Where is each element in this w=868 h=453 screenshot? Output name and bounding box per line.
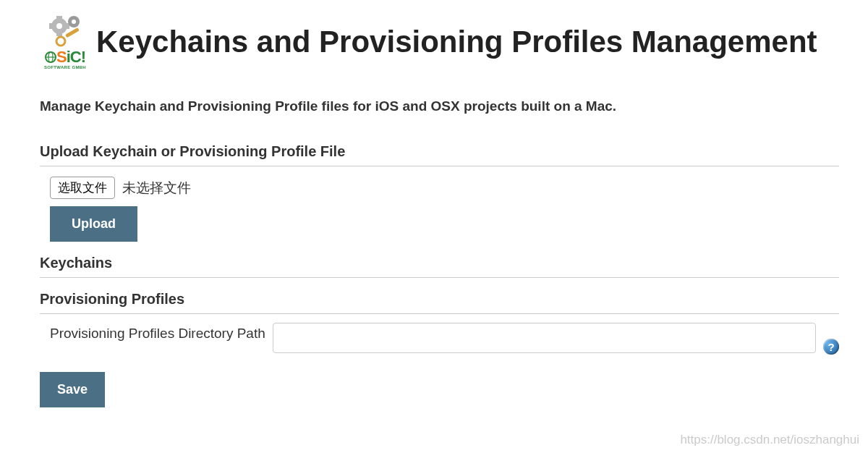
- profiles-path-label: Provisioning Profiles Directory Path: [50, 323, 265, 342]
- upload-section: Upload Keychain or Provisioning Profile …: [40, 143, 839, 242]
- gears-key-icon: [43, 14, 87, 51]
- help-icon[interactable]: ?: [823, 339, 839, 355]
- svg-point-1: [56, 23, 62, 29]
- page-header: SiC! SOFTWARE GMBH Keychains and Provisi…: [40, 14, 839, 69]
- upload-button[interactable]: Upload: [50, 206, 137, 242]
- profiles-path-input[interactable]: [273, 323, 816, 353]
- profiles-path-row: Provisioning Profiles Directory Path ?: [40, 314, 839, 353]
- profiles-section: Provisioning Profiles Provisioning Profi…: [40, 291, 839, 353]
- file-input-row: 选取文件 未选择文件: [40, 166, 839, 206]
- upload-section-title: Upload Keychain or Provisioning Profile …: [40, 143, 839, 166]
- page-title: Keychains and Provisioning Profiles Mana…: [96, 25, 839, 59]
- sic-globe-icon: [45, 51, 56, 63]
- svg-point-7: [72, 20, 76, 24]
- svg-rect-3: [56, 33, 62, 36]
- plugin-logo: SiC! SOFTWARE GMBH: [40, 14, 90, 69]
- sic-subtitle: SOFTWARE GMBH: [44, 65, 86, 69]
- save-button[interactable]: Save: [40, 372, 105, 407]
- choose-file-button[interactable]: 选取文件: [50, 177, 115, 199]
- keychains-section-title: Keychains: [40, 255, 839, 278]
- svg-rect-8: [65, 27, 80, 38]
- keychains-section: Keychains: [40, 255, 839, 278]
- svg-rect-4: [49, 23, 53, 29]
- page-description: Manage Keychain and Provisioning Profile…: [40, 98, 839, 114]
- profiles-section-title: Provisioning Profiles: [40, 291, 839, 314]
- svg-rect-2: [56, 16, 62, 20]
- file-selected-status: 未选择文件: [122, 179, 191, 198]
- sic-logo: SiC! SOFTWARE GMBH: [44, 48, 86, 69]
- watermark: https://blog.csdn.net/ioszhanghui: [680, 433, 859, 447]
- svg-point-9: [56, 37, 65, 46]
